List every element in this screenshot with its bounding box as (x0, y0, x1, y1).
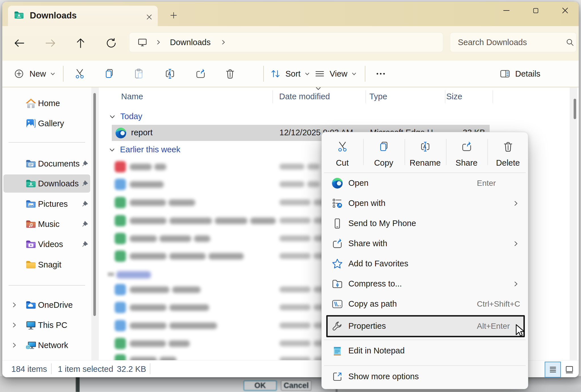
menu-item-show-more-options[interactable]: Show more options (322, 366, 529, 387)
search-box[interactable] (450, 32, 576, 52)
address-bar[interactable]: Downloads (129, 32, 443, 52)
details-view-toggle[interactable] (545, 362, 561, 378)
chevron-down-icon[interactable] (109, 113, 116, 120)
column-header-size[interactable]: Size (446, 92, 462, 101)
rename-icon (405, 141, 446, 153)
pin-icon (81, 220, 89, 228)
menu-action-share[interactable]: Share (446, 138, 487, 173)
refresh-button[interactable] (101, 33, 121, 53)
sidebar-scrollbar[interactable] (91, 87, 99, 362)
column-header-date[interactable]: Date modified (279, 92, 330, 101)
chevron-right-icon[interactable] (155, 39, 161, 45)
sidebar-item-pictures[interactable]: Pictures (3, 195, 90, 213)
details-pane-button[interactable]: Details (499, 61, 540, 87)
redacted-file-icon (115, 197, 126, 208)
share-button[interactable] (189, 62, 212, 85)
ok-button[interactable]: OK (243, 380, 277, 391)
column-divider[interactable] (492, 90, 493, 103)
redacted-file-icon (115, 215, 126, 226)
view-button[interactable]: View (314, 61, 357, 87)
forward-button[interactable] (40, 33, 61, 53)
sidebar-item-this-pc[interactable]: This PC (3, 316, 90, 334)
toolbar: New Sort View Details (2, 61, 579, 87)
chevron-down-icon[interactable] (109, 146, 115, 153)
rename-icon (164, 68, 176, 80)
sort-button[interactable]: Sort (270, 61, 310, 87)
menu-item-open-with[interactable]: Open with (322, 193, 529, 213)
cancel-button-label: Cancel (284, 381, 309, 390)
menu-item-add-to-favorites[interactable]: Add to Favorites (322, 254, 529, 274)
column-divider[interactable] (365, 90, 366, 103)
sidebar-item-label: Snagit (38, 260, 61, 269)
cancel-button[interactable]: Cancel (281, 380, 311, 391)
menu-action-cut[interactable]: Cut (322, 138, 363, 173)
sidebar-item-onedrive[interactable]: OneDrive (3, 296, 90, 314)
menu-item-send-to-my-phone[interactable]: Send to My Phone (322, 213, 529, 233)
selection-count: 1 item selected (58, 364, 113, 374)
sidebar-item-videos[interactable]: Videos (3, 235, 90, 253)
rename-button[interactable] (158, 62, 182, 85)
group-header-today[interactable]: Today (109, 112, 142, 121)
new-tab-button[interactable] (166, 9, 182, 22)
sidebar-item-network[interactable]: Network (3, 336, 90, 354)
gallery-icon (25, 117, 37, 129)
wrench-icon (331, 320, 344, 332)
tab-downloads[interactable]: Downloads (8, 6, 158, 26)
chevron-right-icon[interactable] (11, 322, 18, 328)
downloads-folder-icon (25, 178, 37, 189)
column-divider[interactable] (272, 90, 273, 103)
search-input[interactable] (457, 37, 565, 47)
column-header-name[interactable]: Name (121, 92, 143, 101)
details-pane-icon (499, 68, 511, 79)
group-header-redacted[interactable] (116, 271, 151, 279)
chevron-right-icon[interactable] (220, 39, 226, 45)
search-icon[interactable] (565, 38, 574, 47)
network-icon (25, 339, 37, 351)
sidebar-item-documents[interactable]: Documents (3, 155, 90, 173)
menu-item-open[interactable]: Open Enter (322, 173, 529, 193)
copy-button[interactable] (97, 62, 121, 85)
menu-item-properties[interactable]: Properties Alt+Enter (322, 316, 529, 336)
column-header-type[interactable]: Type (369, 92, 387, 101)
selection-size: 32.2 KB (117, 364, 146, 374)
new-button[interactable]: New (14, 61, 56, 87)
menu-item-share-with[interactable]: Share with (322, 233, 529, 254)
sidebar-scrollbar-thumb[interactable] (93, 93, 96, 316)
file-list-scrollbar-thumb[interactable] (574, 99, 576, 119)
delete-button[interactable] (218, 62, 242, 85)
menu-action-copy[interactable]: Copy (363, 138, 404, 173)
column-divider[interactable] (445, 90, 445, 103)
cut-icon (322, 141, 363, 153)
sidebar-item-label: Music (38, 220, 60, 229)
sidebar-item-music[interactable]: Music (3, 215, 90, 233)
back-button[interactable] (9, 33, 30, 53)
tab-close-button[interactable] (142, 11, 157, 23)
maximize-button[interactable] (523, 2, 549, 19)
delete-icon (224, 68, 236, 79)
menu-item-copy-as-path[interactable]: Copy as path Ctrl+Shift+C (322, 294, 529, 314)
menu-item-compress-to[interactable]: Compress to... (322, 274, 529, 294)
close-button[interactable] (552, 2, 578, 19)
minimize-button[interactable] (493, 2, 519, 19)
sidebar-item-home[interactable]: Home (3, 94, 90, 112)
chevron-right-icon[interactable] (11, 302, 18, 308)
sidebar-item-gallery[interactable]: Gallery (3, 114, 90, 132)
up-button[interactable] (70, 33, 91, 53)
more-options-button[interactable] (375, 61, 386, 87)
pin-icon (81, 160, 89, 168)
cut-button[interactable] (68, 62, 92, 85)
menu-action-delete[interactable]: Delete (487, 138, 529, 173)
group-header-earlier-this-week[interactable]: Earlier this week (109, 145, 180, 154)
sidebar-item-snagit[interactable]: Snagit (3, 256, 90, 274)
paste-button[interactable] (127, 62, 151, 85)
content-view-toggle[interactable] (562, 363, 576, 376)
breadcrumb-downloads[interactable]: Downloads (170, 38, 210, 47)
file-list-scrollbar[interactable] (570, 87, 577, 362)
music-folder-icon (25, 218, 37, 230)
menu-item-edit-in-notepad[interactable]: Edit in Notepad (322, 341, 529, 361)
sidebar-item-downloads[interactable]: Downloads (3, 174, 90, 193)
chevron-right-icon[interactable] (11, 342, 18, 349)
menu-action-label: Copy (363, 158, 404, 168)
menu-action-rename[interactable]: Rename (405, 138, 446, 173)
background-window-edge (76, 376, 80, 392)
